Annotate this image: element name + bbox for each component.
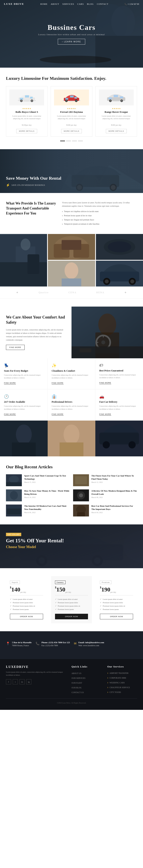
blog-thumb-2 xyxy=(6,489,22,501)
feature-desc-4: Consectetur adipiscing elit, sed do eius… xyxy=(51,405,91,410)
svg-point-26 xyxy=(110,100,111,101)
footer-contact-label-2: Email: info@luxedrive.com xyxy=(78,641,104,644)
hero-section: Bussines Cars Luxury limousine hire with… xyxy=(0,0,143,68)
save-money-heading: Save Money With Our Rental xyxy=(6,176,61,181)
service-3[interactable]: CHAUFFEUR SERVICE xyxy=(109,686,130,688)
quicklink-2[interactable]: OUR FLEET xyxy=(71,682,82,684)
svg-point-94 xyxy=(76,505,86,514)
nav-contact[interactable]: CONTACT xyxy=(97,3,108,5)
feature-more-3[interactable]: FIND MORE xyxy=(4,413,16,415)
gallery-grid xyxy=(0,234,143,286)
blog-title-2[interactable]: How To Save Your Money & Time - Work Whi… xyxy=(24,489,70,496)
blog-title-5[interactable]: Best Car Rent And Professional Services … xyxy=(92,504,137,511)
quicklink-4[interactable]: CONTACT US xyxy=(71,691,84,693)
blog-date-1: March 12, 2022 xyxy=(92,481,137,483)
car-name-0: Rolls-Royce Ghost S xyxy=(9,111,44,114)
social-twitter[interactable]: t xyxy=(13,679,18,684)
care-readmore-button[interactable]: FIND MORE xyxy=(6,345,25,350)
choose-badge: GET 15% OFF xyxy=(6,533,21,536)
nav-about[interactable]: ABOUT xyxy=(51,3,59,5)
pricing-order-btn-2[interactable]: ORDER NOW xyxy=(100,614,133,619)
blog-thumb-1 xyxy=(73,474,89,486)
blog-title-1[interactable]: The Finest Seats For Your Car And Where … xyxy=(92,474,137,480)
quicklink-0[interactable]: ABOUT US xyxy=(71,672,81,675)
blog-section: Our Blog Recent Articles Sport Cars And … xyxy=(0,456,143,524)
save-money-info: ⚡ SAVE 15% ON WEEKDAY BOOKINGS xyxy=(6,183,61,187)
car-image-2 xyxy=(99,90,134,105)
svg-rect-95 xyxy=(77,513,85,517)
blog-thumb-3 xyxy=(73,489,89,501)
blog-date-0: March 15, 2022 xyxy=(24,481,70,483)
feature-icon-0: 💺 xyxy=(4,363,43,368)
pricing-feature-0-3: Premium lorem ipsum xyxy=(10,608,43,611)
feature-desc-2: Consectetur adipiscing elit, sed do eius… xyxy=(99,373,139,379)
brand-1: Quattro xyxy=(39,291,49,294)
blog-meta-0: Sport Cars And Their Constant Urge To Te… xyxy=(24,474,70,483)
feature-4: 👔 Professional Drivers Consectetur adipi… xyxy=(48,389,95,421)
footer-contact-text-1: Fax: (123) 456-7899 xyxy=(41,644,70,647)
pagination xyxy=(6,141,137,141)
svg-point-8 xyxy=(21,100,22,101)
svg-rect-92 xyxy=(7,508,21,515)
nav-logo[interactable]: LUXE DRIVE xyxy=(4,2,24,6)
feature-more-0[interactable]: FIND MORE xyxy=(4,382,16,384)
brand-3: RENA xyxy=(96,291,104,294)
feature-desc-0: Consectetur adipiscing elit, sed do eius… xyxy=(4,374,43,379)
pricing-feature-1-0: Lorem ipsum dolor sit amet xyxy=(55,597,88,601)
blog-date-4: March 06, 2022 xyxy=(24,512,70,514)
car-details-btn-1[interactable]: MORE DETAILS xyxy=(61,129,82,133)
provide-list: Tempor orci dapibus ultrices in iaculis … xyxy=(62,209,137,226)
car-details-btn-2[interactable]: MORE DETAILS xyxy=(106,129,127,133)
pricing-features-0: Lorem ipsum dolor sit amet Premium lorem… xyxy=(10,597,43,611)
social-linkedin[interactable]: in xyxy=(20,679,25,684)
social-instagram[interactable]: ig xyxy=(26,679,31,684)
pagination-dot-3[interactable] xyxy=(78,141,83,141)
quicklink-3[interactable]: OUR BLOG xyxy=(71,687,82,689)
pricing-card-1: Luxury $150per day Lorem ipsum dolor sit… xyxy=(51,576,92,623)
feature-more-1[interactable]: FIND MORE xyxy=(51,382,64,384)
car-stars-1: ★★★★★ xyxy=(54,107,89,110)
pagination-dot-1[interactable] xyxy=(66,141,71,141)
blog-title-0[interactable]: Sport Cars And Their Constant Urge To Te… xyxy=(24,474,70,480)
blog-title-3[interactable]: A Review Of New Modern Designed Rims & T… xyxy=(92,489,137,496)
pagination-dot-0[interactable] xyxy=(60,141,65,141)
car-image-0 xyxy=(9,90,44,105)
blog-title-4[interactable]: The Interior Of Modern Fast Cars And The… xyxy=(24,504,70,511)
svg-rect-13 xyxy=(30,97,33,98)
service-4[interactable]: CITY TOURS xyxy=(109,691,121,693)
hero-content: Bussines Cars Luxury limousine hire with… xyxy=(38,23,105,44)
feature-more-2[interactable]: FIND MORE xyxy=(99,382,111,384)
service-0[interactable]: AIRPORT TRANSFER xyxy=(109,672,128,674)
pricing-order-btn-1[interactable]: ORDER NOW xyxy=(55,614,88,619)
blog-meta-2: How To Save Your Money & Time - Work Whi… xyxy=(24,489,70,498)
svg-point-51 xyxy=(108,241,131,252)
footer-dark: 📍 5 Rue de la Maroufle 76000 Rouen, Fran… xyxy=(0,631,143,659)
footer-contact-label-1: Phone: (123) 456-7890 Ext 123 xyxy=(41,641,70,644)
svg-point-90 xyxy=(79,493,83,497)
car-details-btn-0[interactable]: MORE DETAILS xyxy=(16,129,37,133)
save-money-banner: Save Money With Our Rental ⚡ SAVE 15% ON… xyxy=(0,149,143,193)
pricing-feature-1-2: Premium lorem ipsum dolor sit xyxy=(55,604,88,608)
feature-more-5[interactable]: FIND MORE xyxy=(99,413,111,415)
quicklink-1[interactable]: OUR SERVICES xyxy=(71,677,85,679)
hero-cta-button[interactable]: › LEARN MORE xyxy=(58,39,85,44)
service-1[interactable]: CORPORATE HIRE xyxy=(109,677,126,679)
pricing-order-btn-0[interactable]: ORDER NOW xyxy=(10,614,43,619)
nav-home[interactable]: HOME xyxy=(40,3,47,5)
pagination-dot-2[interactable] xyxy=(72,141,77,141)
svg-point-62 xyxy=(98,314,116,335)
blog-meta-5: Best Car Rent And Professional Services … xyxy=(92,504,137,514)
pricing-card-2: Premium $190per day Lorem ipsum dolor si… xyxy=(96,576,137,623)
car-card-1: ★★★★★ Ferrari 265 Daytona Lorem ipsum do… xyxy=(51,86,92,137)
nav-services[interactable]: SERVICES xyxy=(62,3,74,5)
nav-blog[interactable]: BLOG xyxy=(87,3,94,5)
social-facebook[interactable]: f xyxy=(6,679,11,684)
pricing-badge-1: Luxury xyxy=(55,581,66,584)
feature-icon-1: ✨ xyxy=(51,363,91,368)
service-2[interactable]: WEDDING CARS xyxy=(109,682,124,684)
feature-5: 🚗 Fast Car Delivery Consectetur adipisci… xyxy=(95,389,143,421)
provide-description: Viverra nam libero justo laoreet sit ame… xyxy=(62,201,137,208)
feature-more-4[interactable]: FIND MORE xyxy=(51,413,64,415)
feature-title-0: Seats For Every Budget xyxy=(4,369,43,372)
nav-cars[interactable]: CARS xyxy=(77,3,84,5)
